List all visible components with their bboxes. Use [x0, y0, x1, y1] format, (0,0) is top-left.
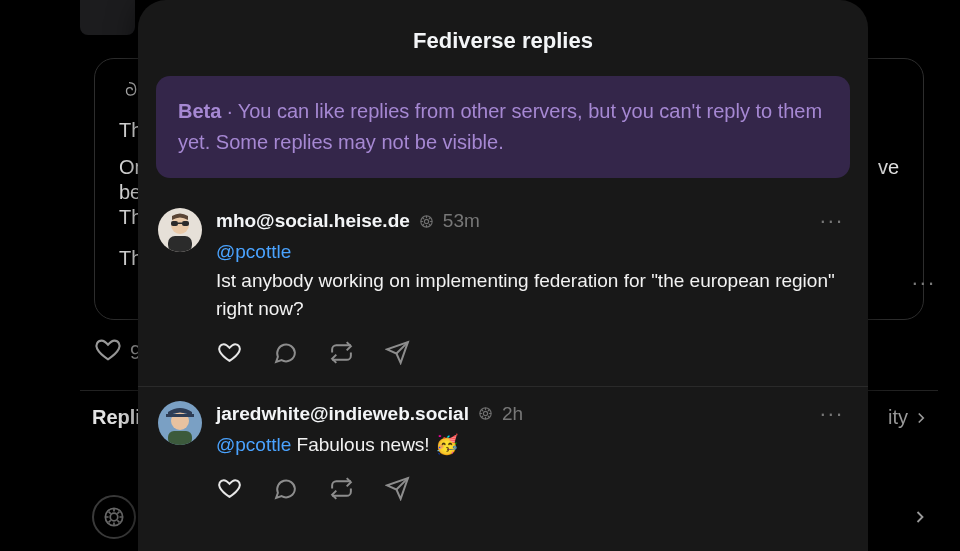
fediverse-replies-sheet: Fediverse replies Beta · You can like re… — [138, 0, 868, 551]
share-button[interactable] — [384, 340, 410, 366]
reply-body: jaredwhite@indieweb.social 2h ··· @pcott… — [216, 401, 848, 502]
chevron-right-icon — [912, 409, 930, 427]
reply-actions — [216, 340, 848, 366]
beta-badge: Beta — [178, 100, 221, 122]
repost-button[interactable] — [328, 340, 354, 366]
reply-text: @pcottle Ist anybody working on implemen… — [216, 238, 848, 324]
beta-banner: Beta · You can like replies from other s… — [156, 76, 850, 178]
reply-menu-button[interactable]: ··· — [816, 208, 848, 234]
svg-rect-4 — [168, 236, 192, 252]
reply-header: mho@social.heise.de 53m ··· — [216, 208, 848, 234]
comment-icon — [273, 476, 298, 501]
heart-icon — [94, 336, 122, 369]
share-icon — [385, 476, 410, 501]
reply-timestamp: 53m — [443, 210, 480, 232]
sheet-title: Fediverse replies — [138, 0, 868, 76]
mention-link[interactable]: @pcottle — [216, 434, 291, 455]
comment-icon — [273, 340, 298, 365]
reply-body: mho@social.heise.de 53m ··· @pcottle Ist… — [216, 208, 848, 366]
reply-username[interactable]: jaredwhite@indieweb.social — [216, 403, 469, 425]
share-icon — [385, 340, 410, 365]
avatar[interactable] — [158, 208, 202, 252]
heart-icon — [217, 476, 242, 501]
avatar[interactable] — [158, 401, 202, 445]
fediverse-icon — [101, 504, 127, 530]
bg-text-fragment: ve — [878, 156, 899, 179]
fediverse-reply: jaredwhite@indieweb.social 2h ··· @pcott… — [138, 387, 868, 522]
background-self-avatar[interactable] — [92, 495, 136, 539]
svg-point-1 — [110, 513, 118, 521]
svg-rect-13 — [166, 414, 194, 417]
like-button[interactable] — [216, 475, 242, 501]
reply-content: Ist anybody working on implementing fede… — [216, 267, 848, 324]
background-tab-replies[interactable]: Repli — [92, 406, 141, 429]
background-tab-activity-label: ity — [888, 406, 908, 429]
reply-header: jaredwhite@indieweb.social 2h ··· — [216, 401, 848, 427]
reply-actions — [216, 475, 848, 501]
svg-rect-7 — [178, 223, 182, 225]
background-tab-activity[interactable]: ity — [888, 406, 930, 429]
repost-icon — [329, 340, 354, 365]
background-post-menu[interactable]: ··· — [912, 270, 936, 296]
fediverse-icon — [418, 213, 435, 230]
mention-link[interactable]: @pcottle — [216, 241, 291, 262]
reply-button[interactable] — [272, 475, 298, 501]
reply-username[interactable]: mho@social.heise.de — [216, 210, 410, 232]
like-button[interactable] — [216, 340, 242, 366]
repost-button[interactable] — [328, 475, 354, 501]
svg-point-9 — [424, 219, 428, 223]
reply-content: Fabulous news! 🥳 — [297, 434, 459, 455]
fediverse-reply: mho@social.heise.de 53m ··· @pcottle Ist… — [138, 194, 868, 387]
repost-icon — [329, 476, 354, 501]
beta-text: You can like replies from other servers,… — [178, 100, 822, 153]
threads-icon — [119, 81, 139, 101]
avatar-image — [158, 208, 202, 252]
fediverse-icon — [477, 405, 494, 422]
reply-timestamp: 2h — [502, 403, 523, 425]
reply-text: @pcottle Fabulous news! 🥳 — [216, 431, 848, 460]
beta-separator: · — [221, 100, 237, 122]
svg-rect-6 — [182, 221, 189, 226]
avatar-image — [158, 401, 202, 445]
chevron-right-icon[interactable] — [910, 507, 930, 527]
heart-icon — [217, 340, 242, 365]
reply-button[interactable] — [272, 340, 298, 366]
share-button[interactable] — [384, 475, 410, 501]
svg-rect-5 — [171, 221, 178, 226]
background-card-fragment — [80, 0, 135, 35]
reply-menu-button[interactable]: ··· — [816, 401, 848, 427]
svg-rect-12 — [168, 431, 192, 445]
svg-point-15 — [483, 411, 487, 415]
